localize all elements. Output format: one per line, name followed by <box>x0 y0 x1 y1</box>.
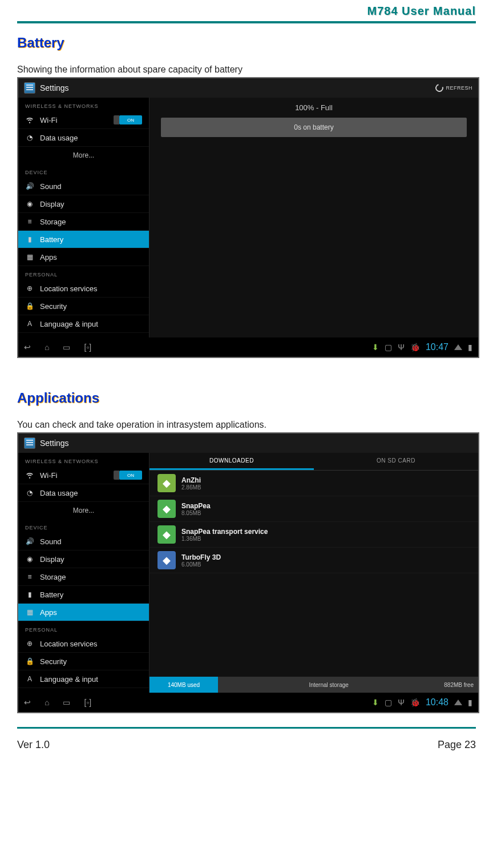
back-button[interactable]: ↩ <box>24 343 31 352</box>
sound-icon: 🔊 <box>25 537 34 546</box>
app-row[interactable]: ◆SnapPea transport service1.36MB <box>149 522 478 548</box>
sidebar-item-label: Backup & reset <box>40 337 90 338</box>
status-icon-gallery: ▢ <box>385 698 392 707</box>
lock-icon: 🔒 <box>25 302 34 311</box>
sidebar-item-backup[interactable]: ↻ Backup & reset <box>18 688 149 693</box>
recent-button[interactable]: ▭ <box>63 698 70 707</box>
sidebar-item-label: Security <box>40 657 67 666</box>
sidebar-item-label: Wi-Fi <box>40 116 57 124</box>
status-icon-download: ⬇ <box>372 698 379 707</box>
location-icon: ⊕ <box>25 639 34 648</box>
sidebar-item-display[interactable]: ◉ Display <box>18 550 149 568</box>
sidebar-item-label: Language & input <box>40 675 98 684</box>
header-rule <box>17 21 476 23</box>
display-icon: ◉ <box>25 199 34 208</box>
section-desc-applications: You can check and take operation in intr… <box>17 420 476 430</box>
app-row[interactable]: ◆AnZhi2.86MB <box>149 471 478 496</box>
sidebar-item-sound[interactable]: 🔊 Sound <box>18 533 149 550</box>
settings-app-icon <box>24 82 35 94</box>
sidebar-item-label: Battery <box>40 235 63 244</box>
lock-icon: 🔒 <box>25 657 34 666</box>
sidebar-item-label: Sound <box>40 182 62 191</box>
sidebar-item-more[interactable]: More... <box>18 502 149 519</box>
sidebar-item-label: Location services <box>40 284 97 293</box>
app-name: SnapPea <box>181 502 211 510</box>
tab-sdcard[interactable]: ON SD CARD <box>314 453 478 470</box>
wifi-toggle[interactable]: ON <box>119 115 142 124</box>
app-row[interactable]: ◆TurboFly 3D6.00MB <box>149 548 478 573</box>
sidebar-item-more[interactable]: More... <box>18 147 149 164</box>
wifi-signal-icon <box>454 700 462 705</box>
sidebar-item-apps[interactable]: ▦ Apps <box>18 248 149 266</box>
recent-button[interactable]: ▭ <box>63 343 70 352</box>
sidebar-item-language[interactable]: A Language & input <box>18 670 149 688</box>
screenshot-button[interactable]: [◦] <box>84 698 91 707</box>
app-icon: ◆ <box>157 525 176 544</box>
sidebar-item-label: Data usage <box>40 134 78 142</box>
sidebar-item-language[interactable]: A Language & input <box>18 315 149 333</box>
wifi-icon <box>25 115 34 124</box>
sidebar-item-sound[interactable]: 🔊 Sound <box>18 178 149 195</box>
back-button[interactable]: ↩ <box>24 698 31 707</box>
screenshot-button[interactable]: [◦] <box>84 343 91 352</box>
sidebar-item-apps[interactable]: ▦ Apps <box>18 604 149 621</box>
app-icon: ◆ <box>157 551 176 569</box>
sidebar-item-label: Battery <box>40 590 63 599</box>
battery-time-bar[interactable]: 0s on battery <box>161 118 467 137</box>
sidebar-item-security[interactable]: 🔒 Security <box>18 653 149 670</box>
wifi-icon <box>25 471 34 480</box>
refresh-button[interactable]: REFRESH <box>435 84 472 92</box>
window-title: Settings <box>40 83 69 93</box>
settings-sidebar: WIRELESS & NETWORKS Wi-Fi ON ◔ Data usag… <box>18 98 149 337</box>
display-icon: ◉ <box>25 554 34 564</box>
sidebar-item-battery[interactable]: ▮ Battery <box>18 231 149 248</box>
section-desc-battery: Showing the information about spare capa… <box>17 65 476 75</box>
sidebar-item-battery[interactable]: ▮ Battery <box>18 586 149 604</box>
home-button[interactable]: ⌂ <box>45 698 49 707</box>
clock: 10:47 <box>426 342 448 352</box>
home-button[interactable]: ⌂ <box>45 343 49 352</box>
window-title: Settings <box>40 439 69 448</box>
sidebar-header-personal: PERSONAL <box>18 621 149 635</box>
section-title-battery: Battery <box>17 35 476 51</box>
app-size: 6.00MB <box>181 561 221 568</box>
sidebar-item-location[interactable]: ⊕ Location services <box>18 635 149 653</box>
wifi-toggle[interactable]: ON <box>119 471 142 480</box>
sidebar-item-storage[interactable]: ≡ Storage <box>18 568 149 586</box>
sidebar-item-label: Storage <box>40 573 66 581</box>
backup-icon: ↻ <box>25 337 34 337</box>
tab-downloaded[interactable]: DOWNLOADED <box>149 453 314 470</box>
sidebar-item-security[interactable]: 🔒 Security <box>18 298 149 315</box>
battery-icon: ▮ <box>25 235 34 244</box>
sidebar-item-data-usage[interactable]: ◔ Data usage <box>18 129 149 147</box>
sidebar-item-label: Display <box>40 200 64 208</box>
sidebar-header-wireless: WIRELESS & NETWORKS <box>18 453 149 467</box>
sidebar-item-label: Apps <box>40 608 57 617</box>
sidebar-item-label: Apps <box>40 253 57 262</box>
doc-header: M784 User Manual <box>17 0 476 20</box>
sidebar-item-wifi[interactable]: Wi-Fi ON <box>18 467 149 484</box>
doc-header-title: M784 User Manual <box>367 5 476 17</box>
sidebar-item-location[interactable]: ⊕ Location services <box>18 280 149 298</box>
language-icon: A <box>25 674 34 684</box>
battery-content: 100% - Full 0s on battery <box>149 98 478 337</box>
sidebar-item-backup[interactable]: ↻ Backup & reset <box>18 333 149 337</box>
status-icon-debug: 🐞 <box>410 343 420 352</box>
storage-free: 882MB free <box>439 682 478 688</box>
sidebar-item-display[interactable]: ◉ Display <box>18 195 149 213</box>
sidebar-item-label: Location services <box>40 640 97 648</box>
doc-footer: Ver 1.0 Page 23 <box>17 736 476 762</box>
shot-titlebar: Settings REFRESH <box>18 78 478 98</box>
sidebar-item-data-usage[interactable]: ◔ Data usage <box>18 484 149 502</box>
app-row[interactable]: ◆SnapPea8.05MB <box>149 496 478 522</box>
status-icon-usb: Ψ <box>398 343 405 352</box>
language-icon: A <box>25 319 34 328</box>
location-icon: ⊕ <box>25 284 34 293</box>
storage-label: Internal storage <box>218 682 439 688</box>
apps-list: ◆AnZhi2.86MB◆SnapPea8.05MB◆SnapPea trans… <box>149 471 478 573</box>
sidebar-item-storage[interactable]: ≡ Storage <box>18 213 149 231</box>
sidebar-item-wifi[interactable]: Wi-Fi ON <box>18 111 149 129</box>
data-usage-icon: ◔ <box>25 488 34 497</box>
apps-icon: ▦ <box>25 252 34 262</box>
battery-icon: ▮ <box>25 590 34 599</box>
